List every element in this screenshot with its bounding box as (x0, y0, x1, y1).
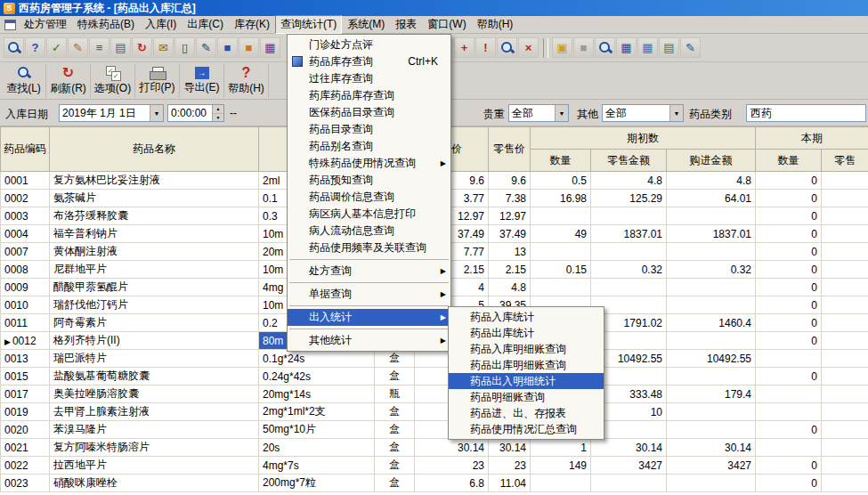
cell-name[interactable]: 布洛芬缓释胶囊 (50, 207, 259, 225)
cell-unit[interactable]: 盒 (375, 421, 415, 439)
cell-spec[interactable]: 20s (259, 439, 375, 457)
header-group-initial[interactable]: 期初数 (531, 127, 756, 150)
help-button[interactable]: 帮助(H) (224, 64, 269, 98)
time-spinner[interactable]: 0:00:00 ▲▼ (167, 104, 224, 122)
cell-ir[interactable] (591, 475, 667, 492)
cell-name[interactable]: 瑞巴派特片 (50, 350, 259, 368)
cell-cq[interactable]: 0 (756, 225, 822, 243)
approve-check-icon[interactable]: ✓ (46, 37, 67, 58)
precious-combo[interactable]: 全部 ▼ (508, 104, 569, 122)
cell-cq[interactable]: 0 (756, 190, 822, 207)
cell-name[interactable]: 苯溴马隆片 (50, 421, 259, 439)
cell-cq[interactable]: 0 (756, 475, 822, 492)
cell-ir[interactable]: 125.29 (591, 190, 667, 207)
dropdown-menu-item[interactable]: 药库药品库存查询 (288, 87, 450, 104)
dropdown-menu-item[interactable]: 药品库存查询Ctrl+K (288, 53, 450, 70)
cell-code[interactable]: 0011 (1, 314, 50, 332)
cell-iq[interactable]: 0.15 (531, 261, 591, 279)
cell-cq[interactable]: 0 (756, 172, 822, 190)
dropdown-menu-item[interactable]: 病人流动信息查询 (288, 223, 450, 239)
dropdown-menu-item[interactable]: 其他统计▶ (288, 332, 450, 349)
header-current-retail[interactable]: 零售 (822, 150, 868, 172)
cell-code[interactable]: 0010 (1, 296, 50, 314)
zoom-icon[interactable] (497, 37, 517, 58)
cell-name[interactable]: 氨茶碱片 (50, 190, 259, 207)
cell-cq[interactable]: 0 (756, 332, 822, 350)
cell-cr[interactable] (822, 368, 868, 385)
cell-code[interactable]: 0001 (1, 172, 50, 190)
notes-icon[interactable]: ✎ (680, 37, 701, 58)
cell-rp[interactable]: 13 (489, 243, 531, 261)
cell-ir[interactable]: 1837.01 (591, 225, 667, 243)
list-icon[interactable]: ≡ (89, 37, 110, 58)
dropdown-menu-item[interactable]: 药品目录查询 (288, 121, 450, 138)
table-row[interactable]: 0020苯溴马隆片50mg*10片盒0 (1, 421, 868, 439)
dropdown-menu-item[interactable]: 病区病人基本信息打印 (288, 206, 450, 223)
cell-code[interactable]: 0017 (1, 385, 50, 403)
cell-unit[interactable]: 瓶 (375, 385, 415, 403)
cell-spec[interactable]: 50mg*10片 (259, 421, 375, 439)
cell-name[interactable]: 去甲肾上腺素注射液 (50, 403, 259, 421)
print-button[interactable]: 打印(P) (135, 64, 180, 98)
cell-rp[interactable]: 11.04 (489, 475, 531, 492)
header-initial-purchase-amount[interactable]: 购进金额 (667, 150, 756, 172)
cell-name[interactable]: 复方阿嗪米特肠溶片 (50, 439, 259, 457)
cell-ip[interactable]: 4.8 (667, 172, 756, 190)
date-combo[interactable]: 2019年 1月 1日 ▼ (59, 104, 164, 122)
mail-icon[interactable]: ✉ (153, 37, 174, 58)
dropdown-menu-item[interactable]: 医保药品目录查询 (288, 104, 450, 121)
cell-code[interactable]: 0021 (1, 439, 50, 457)
dropdown-menu-item[interactable]: 出入统计▶ (288, 309, 450, 326)
cell-ir[interactable]: 30.14 (591, 439, 667, 457)
chevron-down-icon[interactable]: ▼ (150, 105, 163, 121)
cell-cq[interactable] (756, 385, 822, 403)
cell-unit[interactable]: 盒 (375, 350, 415, 368)
cell-cq[interactable]: 0 (756, 314, 822, 332)
cell-cr[interactable] (822, 350, 868, 368)
dropdown-menu-item[interactable]: 药品别名查询 (288, 138, 450, 155)
cell-ip[interactable]: 1837.01 (667, 225, 756, 243)
cell-cq[interactable]: 0 (756, 207, 822, 225)
dropdown-menu-item[interactable]: 药品使用频率及关联查询 (288, 239, 450, 256)
cell-ip[interactable]: 64.01 (667, 190, 756, 207)
cell-unit[interactable]: 盒 (375, 368, 415, 385)
cell-ip[interactable]: 179.4 (667, 385, 756, 403)
syringe-icon[interactable]: + (454, 37, 475, 58)
cell-cq[interactable]: 0 (756, 457, 822, 475)
header-name[interactable]: 药品名称 (50, 127, 259, 172)
cell-cr[interactable] (822, 190, 868, 207)
pen-icon[interactable]: ✎ (196, 37, 216, 58)
window-alt-icon[interactable]: ▦ (637, 37, 658, 58)
cell-code[interactable]: 0022 (1, 457, 50, 475)
cell-code[interactable]: 0003 (1, 207, 50, 225)
chevron-down-icon[interactable]: ▼ (555, 105, 568, 121)
table-row[interactable]: 0017奥美拉唑肠溶胶囊20mg*14s瓶333.48179.4 (1, 385, 868, 403)
grid-icon[interactable]: ▦ (260, 37, 280, 58)
cell-name[interactable]: 尼群地平片 (50, 261, 259, 279)
cell-rp[interactable]: 12.97 (489, 207, 531, 225)
cell-spec[interactable]: 4mg*7s (259, 457, 375, 475)
cell-pp[interactable]: 6.8 (415, 475, 489, 492)
cell-iq[interactable] (531, 475, 591, 492)
cell-cr[interactable] (822, 261, 868, 279)
refresh-button[interactable]: 刷新(R) (46, 64, 91, 98)
dropdown-menu-item[interactable]: 门诊处方点评 (288, 37, 450, 53)
menubar-item-query-stats[interactable]: 查询统计(T) (275, 15, 342, 34)
cell-ip[interactable]: 10492.55 (667, 350, 756, 368)
cell-iq[interactable]: 1 (531, 439, 591, 457)
spinner-buttons[interactable]: ▲▼ (212, 105, 223, 121)
table-row[interactable]: 0023硝酸咪康唑栓200mg*7粒盒6.811.040 (1, 475, 868, 492)
cell-name[interactable]: 阿奇霉素片 (50, 314, 259, 332)
cell-iq[interactable]: 49 (531, 225, 591, 243)
dropdown-menu-item[interactable]: 药品调价信息查询 (288, 189, 450, 206)
cell-cr[interactable] (822, 225, 868, 243)
cell-cr[interactable] (822, 207, 868, 225)
cell-unit[interactable]: 盒 (375, 439, 415, 457)
cell-ip[interactable] (667, 296, 756, 314)
find-button[interactable]: 查找(L) (2, 64, 46, 98)
cell-name[interactable]: 拉西地平片 (50, 457, 259, 475)
spin-up-icon[interactable]: ▲ (213, 105, 223, 114)
table-row[interactable]: 0015盐酸氨基葡萄糖胶囊0.24g*42s盒0 (1, 368, 868, 385)
chevron-down-icon[interactable]: ▼ (669, 105, 683, 121)
submenu-item[interactable]: 药品出库明细账查询 (449, 357, 604, 373)
